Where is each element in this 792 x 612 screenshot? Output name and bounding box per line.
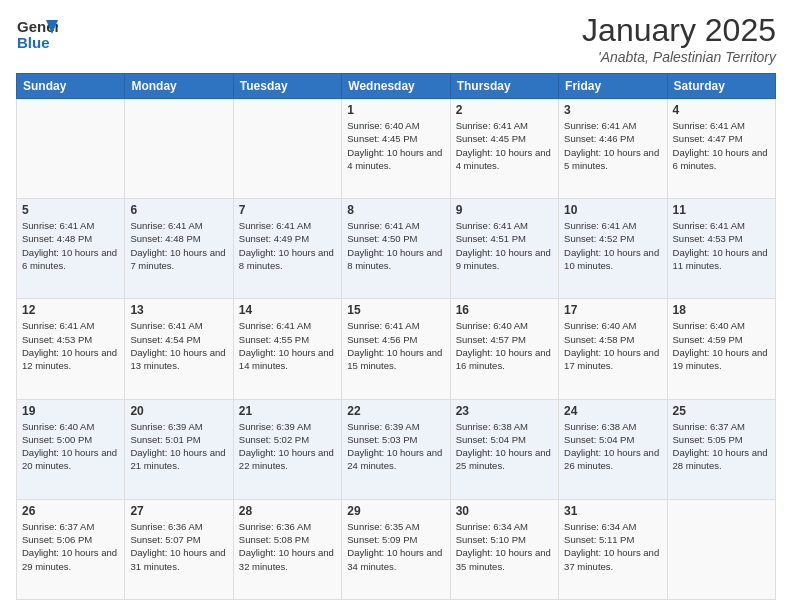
day-number: 23: [456, 404, 553, 418]
day-info: Sunrise: 6:40 AM Sunset: 4:57 PM Dayligh…: [456, 319, 553, 372]
day-number: 16: [456, 303, 553, 317]
calendar-cell: 22Sunrise: 6:39 AM Sunset: 5:03 PM Dayli…: [342, 399, 450, 499]
calendar-cell: 21Sunrise: 6:39 AM Sunset: 5:02 PM Dayli…: [233, 399, 341, 499]
calendar-cell: 7Sunrise: 6:41 AM Sunset: 4:49 PM Daylig…: [233, 199, 341, 299]
calendar-cell: 3Sunrise: 6:41 AM Sunset: 4:46 PM Daylig…: [559, 99, 667, 199]
day-number: 31: [564, 504, 661, 518]
calendar-week-row-1: 1Sunrise: 6:40 AM Sunset: 4:45 PM Daylig…: [17, 99, 776, 199]
title-section: January 2025 'Anabta, Palestinian Territ…: [582, 12, 776, 65]
day-info: Sunrise: 6:34 AM Sunset: 5:11 PM Dayligh…: [564, 520, 661, 573]
day-number: 18: [673, 303, 770, 317]
header-sunday: Sunday: [17, 74, 125, 99]
day-number: 21: [239, 404, 336, 418]
day-number: 5: [22, 203, 119, 217]
calendar-cell: 28Sunrise: 6:36 AM Sunset: 5:08 PM Dayli…: [233, 499, 341, 599]
calendar-cell: 12Sunrise: 6:41 AM Sunset: 4:53 PM Dayli…: [17, 299, 125, 399]
calendar-cell: 25Sunrise: 6:37 AM Sunset: 5:05 PM Dayli…: [667, 399, 775, 499]
day-info: Sunrise: 6:41 AM Sunset: 4:48 PM Dayligh…: [22, 219, 119, 272]
day-number: 27: [130, 504, 227, 518]
day-number: 28: [239, 504, 336, 518]
calendar-cell: 11Sunrise: 6:41 AM Sunset: 4:53 PM Dayli…: [667, 199, 775, 299]
day-info: Sunrise: 6:39 AM Sunset: 5:03 PM Dayligh…: [347, 420, 444, 473]
day-number: 29: [347, 504, 444, 518]
header-tuesday: Tuesday: [233, 74, 341, 99]
calendar-cell: 6Sunrise: 6:41 AM Sunset: 4:48 PM Daylig…: [125, 199, 233, 299]
header: General Blue January 2025 'Anabta, Pales…: [16, 12, 776, 65]
calendar-cell: 18Sunrise: 6:40 AM Sunset: 4:59 PM Dayli…: [667, 299, 775, 399]
calendar-week-row-5: 26Sunrise: 6:37 AM Sunset: 5:06 PM Dayli…: [17, 499, 776, 599]
day-number: 4: [673, 103, 770, 117]
day-info: Sunrise: 6:37 AM Sunset: 5:05 PM Dayligh…: [673, 420, 770, 473]
day-number: 25: [673, 404, 770, 418]
calendar-week-row-4: 19Sunrise: 6:40 AM Sunset: 5:00 PM Dayli…: [17, 399, 776, 499]
calendar-cell: 30Sunrise: 6:34 AM Sunset: 5:10 PM Dayli…: [450, 499, 558, 599]
svg-text:Blue: Blue: [17, 34, 50, 51]
main-title: January 2025: [582, 12, 776, 49]
day-number: 30: [456, 504, 553, 518]
day-info: Sunrise: 6:41 AM Sunset: 4:45 PM Dayligh…: [456, 119, 553, 172]
calendar-cell: 27Sunrise: 6:36 AM Sunset: 5:07 PM Dayli…: [125, 499, 233, 599]
day-info: Sunrise: 6:40 AM Sunset: 4:59 PM Dayligh…: [673, 319, 770, 372]
calendar-cell: 13Sunrise: 6:41 AM Sunset: 4:54 PM Dayli…: [125, 299, 233, 399]
day-number: 14: [239, 303, 336, 317]
day-number: 7: [239, 203, 336, 217]
calendar-cell: 9Sunrise: 6:41 AM Sunset: 4:51 PM Daylig…: [450, 199, 558, 299]
day-number: 10: [564, 203, 661, 217]
day-info: Sunrise: 6:40 AM Sunset: 4:58 PM Dayligh…: [564, 319, 661, 372]
day-number: 2: [456, 103, 553, 117]
day-info: Sunrise: 6:41 AM Sunset: 4:53 PM Dayligh…: [22, 319, 119, 372]
day-info: Sunrise: 6:41 AM Sunset: 4:49 PM Dayligh…: [239, 219, 336, 272]
calendar-cell: 23Sunrise: 6:38 AM Sunset: 5:04 PM Dayli…: [450, 399, 558, 499]
day-info: Sunrise: 6:39 AM Sunset: 5:02 PM Dayligh…: [239, 420, 336, 473]
day-info: Sunrise: 6:41 AM Sunset: 4:48 PM Dayligh…: [130, 219, 227, 272]
day-number: 22: [347, 404, 444, 418]
day-info: Sunrise: 6:41 AM Sunset: 4:56 PM Dayligh…: [347, 319, 444, 372]
calendar-cell: 26Sunrise: 6:37 AM Sunset: 5:06 PM Dayli…: [17, 499, 125, 599]
day-info: Sunrise: 6:41 AM Sunset: 4:46 PM Dayligh…: [564, 119, 661, 172]
calendar-cell: 29Sunrise: 6:35 AM Sunset: 5:09 PM Dayli…: [342, 499, 450, 599]
day-info: Sunrise: 6:41 AM Sunset: 4:55 PM Dayligh…: [239, 319, 336, 372]
day-info: Sunrise: 6:34 AM Sunset: 5:10 PM Dayligh…: [456, 520, 553, 573]
calendar-cell: 14Sunrise: 6:41 AM Sunset: 4:55 PM Dayli…: [233, 299, 341, 399]
calendar-cell: 10Sunrise: 6:41 AM Sunset: 4:52 PM Dayli…: [559, 199, 667, 299]
calendar-cell: [17, 99, 125, 199]
day-number: 13: [130, 303, 227, 317]
calendar-cell: [125, 99, 233, 199]
calendar-cell: 20Sunrise: 6:39 AM Sunset: 5:01 PM Dayli…: [125, 399, 233, 499]
day-info: Sunrise: 6:37 AM Sunset: 5:06 PM Dayligh…: [22, 520, 119, 573]
day-info: Sunrise: 6:41 AM Sunset: 4:54 PM Dayligh…: [130, 319, 227, 372]
calendar-cell: 31Sunrise: 6:34 AM Sunset: 5:11 PM Dayli…: [559, 499, 667, 599]
header-saturday: Saturday: [667, 74, 775, 99]
weekday-header-row: Sunday Monday Tuesday Wednesday Thursday…: [17, 74, 776, 99]
day-number: 12: [22, 303, 119, 317]
calendar-cell: [233, 99, 341, 199]
day-number: 20: [130, 404, 227, 418]
day-info: Sunrise: 6:41 AM Sunset: 4:52 PM Dayligh…: [564, 219, 661, 272]
calendar-cell: 17Sunrise: 6:40 AM Sunset: 4:58 PM Dayli…: [559, 299, 667, 399]
logo: General Blue: [16, 12, 58, 54]
calendar-table: Sunday Monday Tuesday Wednesday Thursday…: [16, 73, 776, 600]
day-number: 11: [673, 203, 770, 217]
header-thursday: Thursday: [450, 74, 558, 99]
day-info: Sunrise: 6:36 AM Sunset: 5:08 PM Dayligh…: [239, 520, 336, 573]
header-monday: Monday: [125, 74, 233, 99]
header-wednesday: Wednesday: [342, 74, 450, 99]
calendar-cell: 1Sunrise: 6:40 AM Sunset: 4:45 PM Daylig…: [342, 99, 450, 199]
calendar-cell: 2Sunrise: 6:41 AM Sunset: 4:45 PM Daylig…: [450, 99, 558, 199]
day-info: Sunrise: 6:41 AM Sunset: 4:53 PM Dayligh…: [673, 219, 770, 272]
day-info: Sunrise: 6:38 AM Sunset: 5:04 PM Dayligh…: [456, 420, 553, 473]
page: General Blue January 2025 'Anabta, Pales…: [0, 0, 792, 612]
day-number: 24: [564, 404, 661, 418]
logo-icon: General Blue: [16, 12, 58, 54]
calendar-cell: 16Sunrise: 6:40 AM Sunset: 4:57 PM Dayli…: [450, 299, 558, 399]
calendar-cell: 24Sunrise: 6:38 AM Sunset: 5:04 PM Dayli…: [559, 399, 667, 499]
day-info: Sunrise: 6:41 AM Sunset: 4:51 PM Dayligh…: [456, 219, 553, 272]
day-info: Sunrise: 6:41 AM Sunset: 4:50 PM Dayligh…: [347, 219, 444, 272]
calendar-cell: 15Sunrise: 6:41 AM Sunset: 4:56 PM Dayli…: [342, 299, 450, 399]
day-info: Sunrise: 6:35 AM Sunset: 5:09 PM Dayligh…: [347, 520, 444, 573]
day-number: 17: [564, 303, 661, 317]
calendar-cell: 19Sunrise: 6:40 AM Sunset: 5:00 PM Dayli…: [17, 399, 125, 499]
day-info: Sunrise: 6:41 AM Sunset: 4:47 PM Dayligh…: [673, 119, 770, 172]
day-number: 19: [22, 404, 119, 418]
header-friday: Friday: [559, 74, 667, 99]
